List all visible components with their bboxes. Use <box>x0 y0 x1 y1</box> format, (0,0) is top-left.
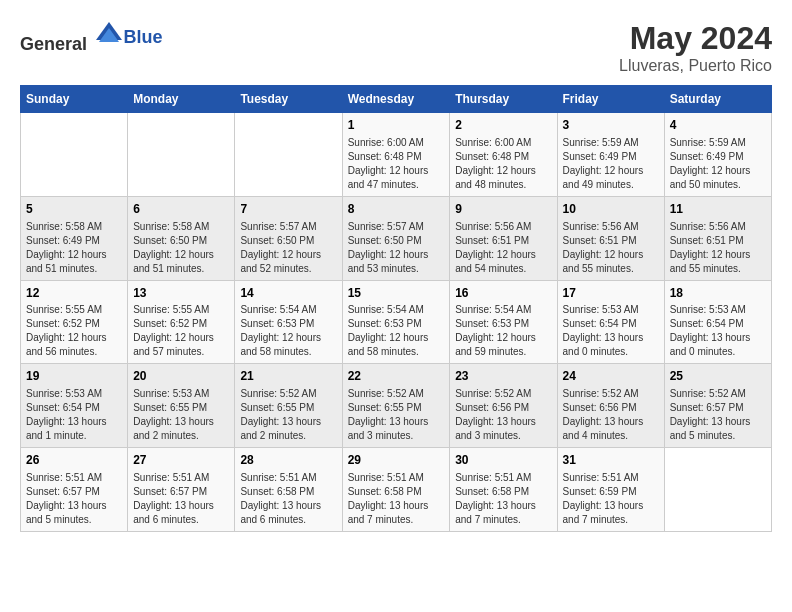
weekday-header-friday: Friday <box>557 86 664 113</box>
day-number: 22 <box>348 368 445 385</box>
day-number: 23 <box>455 368 551 385</box>
weekday-header-sunday: Sunday <box>21 86 128 113</box>
day-info: Sunrise: 5:56 AM Sunset: 6:51 PM Dayligh… <box>670 220 766 276</box>
weekday-row: SundayMondayTuesdayWednesdayThursdayFrid… <box>21 86 772 113</box>
title-area: May 2024 Lluveras, Puerto Rico <box>619 20 772 75</box>
day-number: 20 <box>133 368 229 385</box>
day-number: 11 <box>670 201 766 218</box>
day-info: Sunrise: 5:57 AM Sunset: 6:50 PM Dayligh… <box>240 220 336 276</box>
calendar-cell: 30Sunrise: 5:51 AM Sunset: 6:58 PM Dayli… <box>450 448 557 532</box>
calendar-cell: 18Sunrise: 5:53 AM Sunset: 6:54 PM Dayli… <box>664 280 771 364</box>
day-number: 3 <box>563 117 659 134</box>
day-number: 28 <box>240 452 336 469</box>
logo-icon <box>94 20 124 50</box>
day-number: 15 <box>348 285 445 302</box>
calendar-cell: 9Sunrise: 5:56 AM Sunset: 6:51 PM Daylig… <box>450 196 557 280</box>
day-number: 19 <box>26 368 122 385</box>
day-number: 26 <box>26 452 122 469</box>
calendar-cell: 14Sunrise: 5:54 AM Sunset: 6:53 PM Dayli… <box>235 280 342 364</box>
weekday-header-monday: Monday <box>128 86 235 113</box>
calendar-week-4: 19Sunrise: 5:53 AM Sunset: 6:54 PM Dayli… <box>21 364 772 448</box>
calendar-header: SundayMondayTuesdayWednesdayThursdayFrid… <box>21 86 772 113</box>
day-info: Sunrise: 5:52 AM Sunset: 6:55 PM Dayligh… <box>348 387 445 443</box>
calendar-cell: 10Sunrise: 5:56 AM Sunset: 6:51 PM Dayli… <box>557 196 664 280</box>
day-info: Sunrise: 5:51 AM Sunset: 6:57 PM Dayligh… <box>133 471 229 527</box>
day-info: Sunrise: 5:57 AM Sunset: 6:50 PM Dayligh… <box>348 220 445 276</box>
calendar-cell: 22Sunrise: 5:52 AM Sunset: 6:55 PM Dayli… <box>342 364 450 448</box>
day-number: 16 <box>455 285 551 302</box>
calendar-cell: 24Sunrise: 5:52 AM Sunset: 6:56 PM Dayli… <box>557 364 664 448</box>
day-info: Sunrise: 5:51 AM Sunset: 6:59 PM Dayligh… <box>563 471 659 527</box>
day-info: Sunrise: 5:56 AM Sunset: 6:51 PM Dayligh… <box>563 220 659 276</box>
calendar-cell: 28Sunrise: 5:51 AM Sunset: 6:58 PM Dayli… <box>235 448 342 532</box>
day-number: 13 <box>133 285 229 302</box>
calendar-cell: 19Sunrise: 5:53 AM Sunset: 6:54 PM Dayli… <box>21 364 128 448</box>
day-info: Sunrise: 5:54 AM Sunset: 6:53 PM Dayligh… <box>240 303 336 359</box>
calendar-subtitle: Lluveras, Puerto Rico <box>619 57 772 75</box>
calendar-cell: 17Sunrise: 5:53 AM Sunset: 6:54 PM Dayli… <box>557 280 664 364</box>
day-number: 30 <box>455 452 551 469</box>
calendar-cell: 1Sunrise: 6:00 AM Sunset: 6:48 PM Daylig… <box>342 113 450 197</box>
day-number: 5 <box>26 201 122 218</box>
day-info: Sunrise: 5:59 AM Sunset: 6:49 PM Dayligh… <box>670 136 766 192</box>
calendar-cell <box>21 113 128 197</box>
logo: General Blue <box>20 20 163 55</box>
calendar-week-3: 12Sunrise: 5:55 AM Sunset: 6:52 PM Dayli… <box>21 280 772 364</box>
calendar-week-5: 26Sunrise: 5:51 AM Sunset: 6:57 PM Dayli… <box>21 448 772 532</box>
calendar-title: May 2024 <box>619 20 772 57</box>
calendar-cell: 27Sunrise: 5:51 AM Sunset: 6:57 PM Dayli… <box>128 448 235 532</box>
calendar-cell: 8Sunrise: 5:57 AM Sunset: 6:50 PM Daylig… <box>342 196 450 280</box>
day-number: 18 <box>670 285 766 302</box>
day-number: 21 <box>240 368 336 385</box>
calendar-cell: 29Sunrise: 5:51 AM Sunset: 6:58 PM Dayli… <box>342 448 450 532</box>
day-info: Sunrise: 5:58 AM Sunset: 6:49 PM Dayligh… <box>26 220 122 276</box>
calendar-cell <box>128 113 235 197</box>
calendar-cell: 13Sunrise: 5:55 AM Sunset: 6:52 PM Dayli… <box>128 280 235 364</box>
day-info: Sunrise: 6:00 AM Sunset: 6:48 PM Dayligh… <box>348 136 445 192</box>
day-info: Sunrise: 5:58 AM Sunset: 6:50 PM Dayligh… <box>133 220 229 276</box>
day-number: 8 <box>348 201 445 218</box>
calendar-cell: 6Sunrise: 5:58 AM Sunset: 6:50 PM Daylig… <box>128 196 235 280</box>
calendar-cell: 31Sunrise: 5:51 AM Sunset: 6:59 PM Dayli… <box>557 448 664 532</box>
day-number: 17 <box>563 285 659 302</box>
weekday-header-thursday: Thursday <box>450 86 557 113</box>
calendar-cell: 23Sunrise: 5:52 AM Sunset: 6:56 PM Dayli… <box>450 364 557 448</box>
day-number: 4 <box>670 117 766 134</box>
calendar-cell: 21Sunrise: 5:52 AM Sunset: 6:55 PM Dayli… <box>235 364 342 448</box>
weekday-header-tuesday: Tuesday <box>235 86 342 113</box>
day-info: Sunrise: 5:51 AM Sunset: 6:57 PM Dayligh… <box>26 471 122 527</box>
calendar-cell: 26Sunrise: 5:51 AM Sunset: 6:57 PM Dayli… <box>21 448 128 532</box>
logo-general: General <box>20 34 87 54</box>
day-number: 27 <box>133 452 229 469</box>
day-info: Sunrise: 5:54 AM Sunset: 6:53 PM Dayligh… <box>455 303 551 359</box>
calendar-table: SundayMondayTuesdayWednesdayThursdayFrid… <box>20 85 772 532</box>
day-number: 14 <box>240 285 336 302</box>
day-info: Sunrise: 5:53 AM Sunset: 6:54 PM Dayligh… <box>563 303 659 359</box>
calendar-cell <box>235 113 342 197</box>
page-header: General Blue May 2024 Lluveras, Puerto R… <box>20 20 772 75</box>
day-number: 12 <box>26 285 122 302</box>
calendar-cell <box>664 448 771 532</box>
calendar-cell: 4Sunrise: 5:59 AM Sunset: 6:49 PM Daylig… <box>664 113 771 197</box>
day-info: Sunrise: 5:55 AM Sunset: 6:52 PM Dayligh… <box>133 303 229 359</box>
day-info: Sunrise: 5:52 AM Sunset: 6:55 PM Dayligh… <box>240 387 336 443</box>
day-number: 9 <box>455 201 551 218</box>
calendar-cell: 12Sunrise: 5:55 AM Sunset: 6:52 PM Dayli… <box>21 280 128 364</box>
day-info: Sunrise: 5:53 AM Sunset: 6:54 PM Dayligh… <box>26 387 122 443</box>
day-info: Sunrise: 5:54 AM Sunset: 6:53 PM Dayligh… <box>348 303 445 359</box>
day-number: 6 <box>133 201 229 218</box>
day-number: 1 <box>348 117 445 134</box>
day-info: Sunrise: 5:52 AM Sunset: 6:56 PM Dayligh… <box>563 387 659 443</box>
day-info: Sunrise: 5:52 AM Sunset: 6:56 PM Dayligh… <box>455 387 551 443</box>
day-number: 2 <box>455 117 551 134</box>
day-info: Sunrise: 6:00 AM Sunset: 6:48 PM Dayligh… <box>455 136 551 192</box>
calendar-body: 1Sunrise: 6:00 AM Sunset: 6:48 PM Daylig… <box>21 113 772 532</box>
weekday-header-saturday: Saturday <box>664 86 771 113</box>
day-info: Sunrise: 5:52 AM Sunset: 6:57 PM Dayligh… <box>670 387 766 443</box>
day-number: 25 <box>670 368 766 385</box>
calendar-cell: 2Sunrise: 6:00 AM Sunset: 6:48 PM Daylig… <box>450 113 557 197</box>
calendar-week-1: 1Sunrise: 6:00 AM Sunset: 6:48 PM Daylig… <box>21 113 772 197</box>
day-info: Sunrise: 5:55 AM Sunset: 6:52 PM Dayligh… <box>26 303 122 359</box>
day-info: Sunrise: 5:53 AM Sunset: 6:54 PM Dayligh… <box>670 303 766 359</box>
day-info: Sunrise: 5:59 AM Sunset: 6:49 PM Dayligh… <box>563 136 659 192</box>
